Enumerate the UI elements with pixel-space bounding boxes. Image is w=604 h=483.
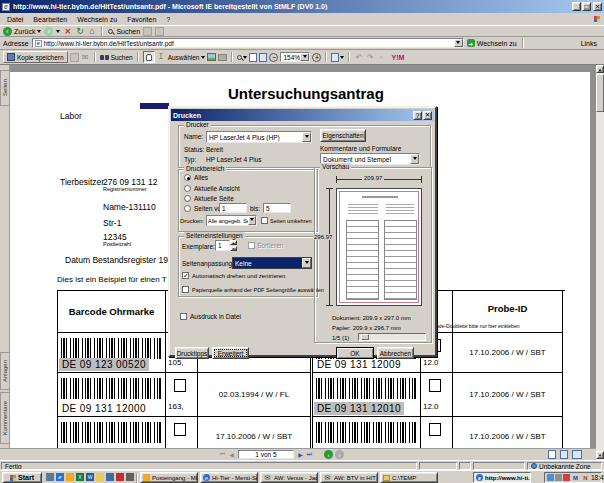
- hand-tool-button[interactable]: [143, 51, 155, 63]
- scaling-dropdown[interactable]: [302, 258, 311, 268]
- continuous-button[interactable]: [560, 450, 568, 459]
- ql-outlook-icon[interactable]: [66, 473, 74, 481]
- menu-datei[interactable]: Datei: [2, 16, 28, 23]
- print-what-dropdown[interactable]: [248, 216, 256, 225]
- print-dialog[interactable]: Drucken ? ✕ Drucker Name: HP LaserJet 4 …: [168, 106, 437, 357]
- tab-seiten[interactable]: Seiten: [0, 70, 10, 106]
- menu-bearbeiten[interactable]: Bearbeiten: [28, 16, 72, 23]
- ql-app-icon[interactable]: [106, 473, 114, 481]
- advanced-button[interactable]: Erweitert: [212, 347, 249, 359]
- address-dropdown-button[interactable]: [454, 39, 463, 47]
- back-dropdown-icon[interactable]: [37, 30, 41, 35]
- tray-m-icon[interactable]: M: [571, 473, 580, 482]
- ql-ie-icon[interactable]: e: [56, 473, 64, 481]
- ql-show-desktop-icon[interactable]: [46, 473, 54, 481]
- copies-spinner[interactable]: ▲ ▼: [230, 240, 237, 251]
- single-page-button[interactable]: [548, 450, 556, 459]
- tray-ie-icon[interactable]: [547, 474, 554, 481]
- zoom-level-dropdown[interactable]: [300, 53, 309, 61]
- taskbar-button-folder[interactable]: C:\TEMP: [380, 472, 438, 483]
- forward-button[interactable]: ›: [44, 27, 53, 36]
- slider-thumb[interactable]: [361, 334, 369, 340]
- scroll-up-button[interactable]: ▲: [596, 65, 604, 73]
- ql-media-icon[interactable]: [116, 473, 124, 481]
- last-page-button[interactable]: ⏭: [305, 450, 314, 459]
- zoom-level-box[interactable]: 154%: [280, 52, 310, 62]
- zoom-in-button[interactable]: +: [312, 53, 321, 62]
- vertical-scrollbar[interactable]: ▲ ▼: [596, 65, 604, 460]
- first-page-button[interactable]: ⏮: [218, 450, 227, 459]
- select-dropdown-icon[interactable]: [201, 56, 205, 61]
- ql-word-icon[interactable]: W: [86, 473, 94, 481]
- actual-size-icon[interactable]: [249, 53, 257, 62]
- refresh-button[interactable]: ↻: [75, 27, 84, 36]
- page-indicator-box[interactable]: 1 von 5: [238, 450, 294, 459]
- printer-name-combo[interactable]: HP LaserJet 4 Plus (HP): [206, 131, 312, 143]
- menu-wechseln-zu[interactable]: Wechseln zu: [72, 16, 122, 23]
- taskbar-button-outlook[interactable]: Posteingang - Mic...: [140, 472, 198, 483]
- pages-to-input[interactable]: [263, 203, 291, 213]
- copies-input[interactable]: [215, 240, 230, 251]
- radio-aktuelle-ansicht[interactable]: Aktuelle Ansicht: [184, 185, 240, 192]
- rotate-left-icon[interactable]: ↶: [354, 53, 363, 62]
- minimize-button[interactable]: _: [572, 2, 581, 11]
- tab-anlagen[interactable]: Anlagen: [0, 352, 10, 390]
- ie-search-button[interactable]: Suchen: [108, 28, 140, 35]
- reverse-checkbox[interactable]: Seiten umkehren: [261, 217, 312, 224]
- taskbar-button-hitier[interactable]: eHi-Tier - Menü-Sei...: [200, 472, 258, 483]
- go-button[interactable]: ➜ Wechseln zu: [467, 39, 517, 47]
- links-label[interactable]: Links: [581, 40, 597, 47]
- home-button[interactable]: ⌂: [87, 27, 96, 36]
- edit-button[interactable]: [155, 27, 164, 36]
- tray-n-icon[interactable]: N: [581, 473, 590, 482]
- scaling-combo[interactable]: Keine: [232, 257, 312, 269]
- menu-favoriten[interactable]: Favoriten: [122, 16, 161, 23]
- pages-from-input[interactable]: [219, 203, 247, 213]
- print-what-combo[interactable]: Alle angegeb. Seiten: [206, 215, 257, 226]
- radio-alles[interactable]: Alles: [184, 174, 208, 181]
- tab-kommentare[interactable]: Kommentare: [0, 392, 10, 444]
- dialog-help-button[interactable]: ?: [413, 111, 422, 120]
- radio-aktuelle-seite[interactable]: Aktuelle Seite: [184, 195, 234, 202]
- taskbar-button-mail2[interactable]: ✉AW: BTV in HIT - N...: [320, 472, 378, 483]
- dialog-titlebar[interactable]: Drucken ? ✕: [171, 109, 434, 121]
- cancel-button[interactable]: Abbrechen: [377, 347, 414, 359]
- stop-button[interactable]: ✕: [63, 27, 72, 36]
- spinner-up-button[interactable]: ▲: [230, 240, 237, 245]
- print-to-file-checkbox[interactable]: Ausdruck in Datei: [180, 313, 241, 320]
- taskbar-button-pdf-active[interactable]: ehttp://www.hi-ti...: [473, 472, 531, 483]
- taskbar-button-mail1[interactable]: ✉AW: Venus - Jaco...: [260, 472, 318, 483]
- tray-av-icon[interactable]: [563, 474, 570, 481]
- tray-app-icon[interactable]: [555, 474, 562, 481]
- save-copy-button[interactable]: Kopie speichern: [3, 51, 68, 63]
- close-button[interactable]: ✕: [593, 2, 602, 11]
- scrollbar-thumb[interactable]: [596, 74, 604, 112]
- dialog-close-button[interactable]: ✕: [423, 111, 432, 120]
- preview-slider[interactable]: [358, 333, 426, 341]
- printer-name-dropdown[interactable]: [302, 132, 311, 142]
- zoom-dropdown-icon[interactable]: [243, 56, 247, 61]
- collate-checkbox[interactable]: Sortieren: [248, 242, 283, 249]
- comments-dropdown[interactable]: [410, 154, 419, 164]
- yahoo-icon[interactable]: Y!M: [391, 54, 404, 61]
- autorotate-checkbox[interactable]: ✓Automatisch drehen und zentrieren: [182, 272, 285, 279]
- ql-folder-icon[interactable]: [96, 473, 104, 481]
- next-page-button[interactable]: ▶: [296, 450, 305, 459]
- prev-page-button[interactable]: ◀: [227, 450, 236, 459]
- previous-view-icon[interactable]: ◦: [376, 53, 385, 62]
- ie-titlebar[interactable]: e http://www.hi-tier.bybn.de/HitTest/unt…: [0, 0, 604, 13]
- next-view-button[interactable]: ›: [335, 450, 344, 459]
- maximize-button[interactable]: □: [582, 2, 591, 11]
- fit-page-icon[interactable]: [259, 53, 267, 62]
- zoom-tool-button[interactable]: [237, 53, 247, 61]
- ql-excel-icon[interactable]: X: [76, 473, 84, 481]
- print-tips-button[interactable]: Drucktipps: [175, 347, 209, 359]
- continuous-facing-button[interactable]: [572, 450, 582, 459]
- ok-button[interactable]: OK: [336, 347, 374, 359]
- print-pdf-icon[interactable]: [70, 53, 79, 62]
- forward-dropdown-icon[interactable]: [56, 30, 60, 35]
- scroll-down-button[interactable]: ▼: [596, 451, 604, 459]
- address-combo[interactable]: e: [32, 38, 464, 48]
- print-button[interactable]: [143, 27, 152, 36]
- back-button[interactable]: ‹ Zurück: [3, 27, 41, 36]
